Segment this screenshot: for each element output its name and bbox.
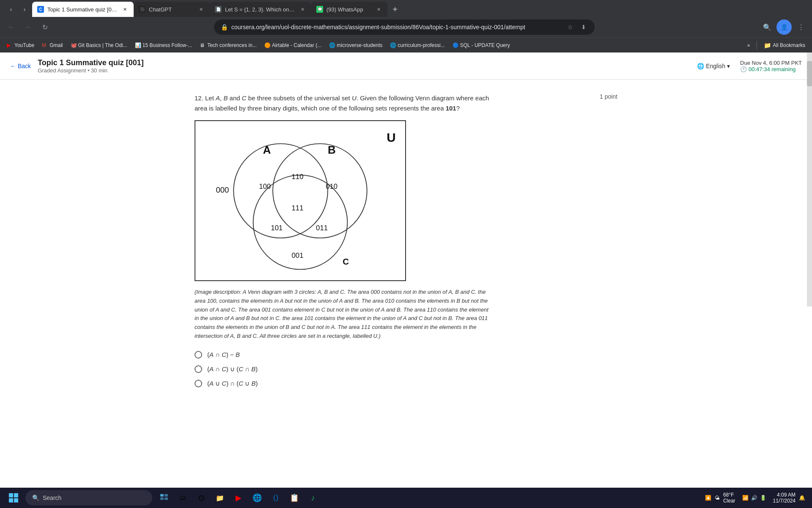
- svg-rect-5: [9, 498, 13, 502]
- answer-option-2[interactable]: (A ∩ C) ∪ (C ∩ B): [195, 365, 617, 373]
- download-icon[interactable]: ⬇: [578, 21, 590, 33]
- search-icon[interactable]: 🔍: [760, 19, 775, 35]
- date-display: 11/7/2024: [773, 498, 796, 504]
- tab-4[interactable]: 💬 (93) WhatsApp ✕: [311, 2, 387, 17]
- search-icon: 🔍: [32, 494, 39, 501]
- taskbar-app-spotify[interactable]: ♪: [304, 489, 321, 506]
- timer-value: 00:47:34 remaining: [749, 66, 796, 72]
- area-100: 100: [259, 182, 271, 190]
- bookmark-tech[interactable]: 🖥 Tech conferences in...: [196, 41, 260, 50]
- tab-2[interactable]: ⬛ ChatGPT ✕: [134, 2, 210, 17]
- radio-option-1[interactable]: [195, 351, 202, 359]
- tab-1-close[interactable]: ✕: [121, 6, 129, 13]
- new-tab-button[interactable]: +: [387, 2, 403, 17]
- url-display: coursera.org/learn/uol-discrete-mathemat…: [231, 24, 561, 30]
- tab-nav-back[interactable]: ‹: [5, 3, 17, 15]
- quiz-subtitle: Graded Assignment • 30 min: [38, 67, 697, 74]
- omnibox-action-icons: ☆ ⬇: [564, 21, 590, 33]
- forward-button[interactable]: →: [20, 19, 36, 35]
- taskbar-app-3[interactable]: 📁: [211, 489, 228, 506]
- reload-button[interactable]: ↻: [37, 19, 52, 35]
- question-number: 12.: [195, 94, 203, 102]
- menu-icon[interactable]: ⋮: [793, 19, 809, 35]
- coursera-page: ← Back Topic 1 Summative quiz [001] Grad…: [0, 52, 812, 488]
- tab-4-close[interactable]: ✕: [375, 6, 382, 13]
- tab-1[interactable]: C Topic 1 Summative quiz [001] | ✕: [32, 2, 134, 17]
- address-bar[interactable]: 🔒 coursera.org/learn/uol-discrete-mathem…: [214, 19, 595, 35]
- tab-3-close[interactable]: ✕: [299, 6, 306, 13]
- bookmark-gmail[interactable]: M Gmail: [38, 41, 66, 50]
- area-000: 000: [216, 185, 229, 194]
- overflow-label: »: [747, 42, 750, 48]
- clock-display[interactable]: 4:09 AM 11/7/2024: [773, 492, 796, 504]
- bookmarks-right: » 📁 All Bookmarks: [744, 40, 809, 50]
- sys-icons-group: 📶 🔊 🔋: [742, 495, 766, 501]
- language-selector[interactable]: 🌐 English ▾: [697, 63, 730, 69]
- header-right: 🌐 English ▾ Due Nov 4, 6:00 PM PKT 🕐 00:…: [697, 60, 802, 72]
- start-button[interactable]: [3, 489, 24, 506]
- task-view-button[interactable]: [156, 489, 173, 506]
- taskbar-app-1[interactable]: 🗂: [174, 489, 191, 506]
- youtube-favicon: ▶: [7, 42, 13, 48]
- tab-4-title: (93) WhatsApp: [326, 6, 371, 13]
- notification-icon[interactable]: 🔔: [799, 495, 805, 501]
- svg-rect-6: [14, 498, 18, 502]
- volume-icon[interactable]: 🔊: [751, 495, 757, 501]
- back-label: Back: [18, 63, 31, 69]
- answer-option-3[interactable]: (A ∪ C) ∩ (C ∪ B): [195, 380, 617, 387]
- radio-option-3[interactable]: [195, 380, 202, 387]
- bookmarks-overflow-btn[interactable]: »: [744, 41, 754, 50]
- profile-icon[interactable]: 👤: [776, 19, 792, 35]
- network-icon[interactable]: 📶: [742, 495, 749, 501]
- taskbar-app-vscode[interactable]: ⟨⟩: [267, 489, 284, 506]
- back-button[interactable]: ←: [3, 19, 19, 35]
- u-label: U: [387, 130, 395, 144]
- bookmark-curriculum[interactable]: 🌐 curriculum-professi...: [387, 41, 448, 50]
- quiz-content: 12. Let A, B and C be three subsets of t…: [110, 80, 702, 430]
- tab-3[interactable]: 📄 Let S = {1, 2, 3}. Which one of th ✕: [210, 2, 311, 17]
- all-bookmarks-btn[interactable]: 📁 All Bookmarks: [760, 40, 809, 50]
- back-arrow-icon: ←: [10, 63, 16, 69]
- bookmark-tech-label: Tech conferences in...: [207, 42, 257, 48]
- quiz-title: Topic 1 Summative quiz [001]: [38, 58, 697, 67]
- coursera-header: ← Back Topic 1 Summative quiz [001] Grad…: [0, 52, 812, 80]
- taskbar-icons: 🗂 ⊙ 📁 ▶ 🌐 ⟨⟩ 📋 ♪: [156, 489, 321, 506]
- area-101: 101: [271, 224, 283, 232]
- radio-option-2[interactable]: [195, 365, 202, 373]
- bookmark-business[interactable]: 📊 15 Business Follow-...: [132, 41, 195, 50]
- star-icon[interactable]: ☆: [564, 21, 576, 33]
- tab-2-close[interactable]: ✕: [197, 6, 205, 13]
- answer-text-1: (A ∩ C) − B: [207, 351, 240, 358]
- bookmark-sql[interactable]: 🔵 SQL - UPDATE Query: [449, 41, 513, 50]
- c-label: C: [343, 257, 349, 266]
- bookmark-git-label: Git Basics | The Odi...: [78, 42, 127, 48]
- tab-nav-forward[interactable]: ›: [19, 3, 30, 15]
- gmail-favicon: M: [42, 42, 48, 48]
- area-010: 010: [326, 182, 337, 190]
- bookmark-git[interactable]: 🐙 Git Basics | The Odi...: [67, 41, 131, 50]
- globe-icon: 🌐: [697, 63, 704, 69]
- answer-choices: (A ∩ C) − B (A ∩ C) ∪ (C ∩ B) (A ∪ C) ∩ …: [195, 351, 617, 387]
- bookmark-airtable[interactable]: 🟠 Airtable - Calendar (...: [261, 41, 325, 50]
- area-001: 001: [292, 251, 304, 260]
- taskbar-search-bar[interactable]: 🔍 Search: [25, 490, 152, 505]
- area-110: 110: [292, 173, 304, 181]
- taskbar-app-2[interactable]: ⊙: [193, 489, 210, 506]
- bookmark-microverse-label: microverse-students: [337, 42, 382, 48]
- taskbar-app-youtube[interactable]: ▶: [230, 489, 247, 506]
- answer-option-1[interactable]: (A ∩ C) − B: [195, 351, 617, 359]
- question-header: 12. Let A, B and C be three subsets of t…: [195, 93, 617, 113]
- language-label: English: [706, 63, 725, 69]
- tab-2-title: ChatGPT: [149, 6, 194, 13]
- microverse-favicon: 🌐: [329, 42, 335, 48]
- taskbar-app-notes[interactable]: 📋: [286, 489, 303, 506]
- weather-display: 68°F Clear: [723, 492, 735, 504]
- taskbar-app-browser[interactable]: 🌐: [249, 489, 266, 506]
- scrollbar[interactable]: [807, 52, 812, 306]
- back-button[interactable]: ← Back: [10, 63, 31, 69]
- tab-3-favicon: 📄: [215, 6, 222, 13]
- scrollbar-thumb[interactable]: [807, 61, 812, 86]
- bookmark-youtube[interactable]: ▶ YouTube: [3, 41, 38, 50]
- battery-icon: 🔋: [760, 495, 766, 501]
- bookmark-microverse[interactable]: 🌐 microverse-students: [326, 41, 386, 50]
